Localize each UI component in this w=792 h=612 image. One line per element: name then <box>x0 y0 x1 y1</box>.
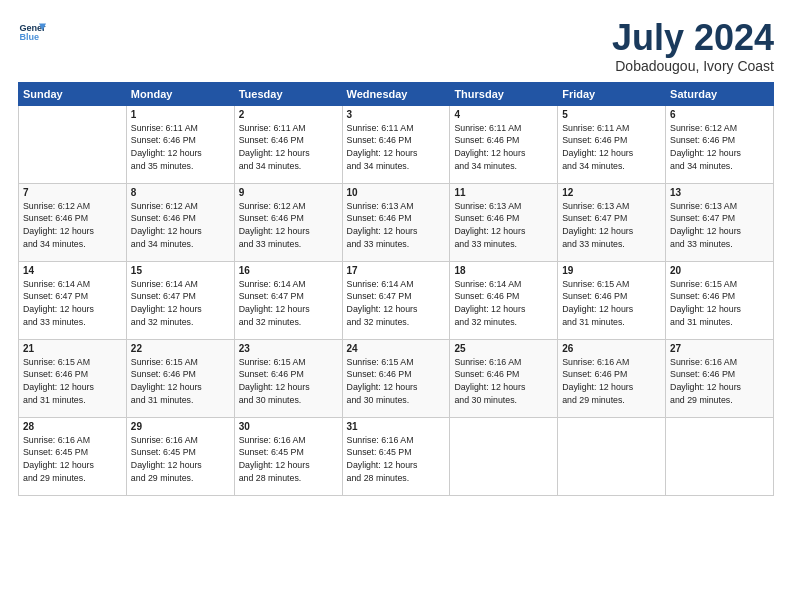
main-title: July 2024 <box>612 18 774 58</box>
calendar-cell <box>19 105 127 183</box>
day-info: Sunrise: 6:16 AMSunset: 6:45 PMDaylight:… <box>239 434 338 485</box>
calendar-week-2: 7Sunrise: 6:12 AMSunset: 6:46 PMDaylight… <box>19 183 774 261</box>
day-number: 26 <box>562 343 661 354</box>
day-number: 7 <box>23 187 122 198</box>
calendar-week-3: 14Sunrise: 6:14 AMSunset: 6:47 PMDayligh… <box>19 261 774 339</box>
day-info: Sunrise: 6:11 AMSunset: 6:46 PMDaylight:… <box>347 122 446 173</box>
day-info: Sunrise: 6:13 AMSunset: 6:47 PMDaylight:… <box>562 200 661 251</box>
calendar-cell: 25Sunrise: 6:16 AMSunset: 6:46 PMDayligh… <box>450 339 558 417</box>
title-block: July 2024 Dobadougou, Ivory Coast <box>612 18 774 74</box>
day-number: 5 <box>562 109 661 120</box>
day-info: Sunrise: 6:16 AMSunset: 6:45 PMDaylight:… <box>347 434 446 485</box>
col-sunday: Sunday <box>19 82 127 105</box>
day-info: Sunrise: 6:15 AMSunset: 6:46 PMDaylight:… <box>347 356 446 407</box>
calendar-table: Sunday Monday Tuesday Wednesday Thursday… <box>18 82 774 496</box>
day-number: 31 <box>347 421 446 432</box>
calendar-week-5: 28Sunrise: 6:16 AMSunset: 6:45 PMDayligh… <box>19 417 774 495</box>
day-info: Sunrise: 6:16 AMSunset: 6:46 PMDaylight:… <box>562 356 661 407</box>
calendar-cell: 6Sunrise: 6:12 AMSunset: 6:46 PMDaylight… <box>666 105 774 183</box>
day-number: 18 <box>454 265 553 276</box>
subtitle: Dobadougou, Ivory Coast <box>612 58 774 74</box>
day-number: 25 <box>454 343 553 354</box>
day-number: 10 <box>347 187 446 198</box>
calendar-cell: 19Sunrise: 6:15 AMSunset: 6:46 PMDayligh… <box>558 261 666 339</box>
calendar-cell: 30Sunrise: 6:16 AMSunset: 6:45 PMDayligh… <box>234 417 342 495</box>
day-info: Sunrise: 6:12 AMSunset: 6:46 PMDaylight:… <box>239 200 338 251</box>
col-tuesday: Tuesday <box>234 82 342 105</box>
calendar-cell: 10Sunrise: 6:13 AMSunset: 6:46 PMDayligh… <box>342 183 450 261</box>
day-info: Sunrise: 6:12 AMSunset: 6:46 PMDaylight:… <box>23 200 122 251</box>
calendar-cell: 20Sunrise: 6:15 AMSunset: 6:46 PMDayligh… <box>666 261 774 339</box>
calendar-cell: 23Sunrise: 6:15 AMSunset: 6:46 PMDayligh… <box>234 339 342 417</box>
day-number: 28 <box>23 421 122 432</box>
day-info: Sunrise: 6:14 AMSunset: 6:47 PMDaylight:… <box>23 278 122 329</box>
calendar-cell: 18Sunrise: 6:14 AMSunset: 6:46 PMDayligh… <box>450 261 558 339</box>
day-info: Sunrise: 6:15 AMSunset: 6:46 PMDaylight:… <box>131 356 230 407</box>
day-number: 19 <box>562 265 661 276</box>
day-info: Sunrise: 6:11 AMSunset: 6:46 PMDaylight:… <box>562 122 661 173</box>
calendar-cell: 22Sunrise: 6:15 AMSunset: 6:46 PMDayligh… <box>126 339 234 417</box>
day-number: 4 <box>454 109 553 120</box>
day-info: Sunrise: 6:15 AMSunset: 6:46 PMDaylight:… <box>239 356 338 407</box>
day-number: 12 <box>562 187 661 198</box>
day-info: Sunrise: 6:14 AMSunset: 6:46 PMDaylight:… <box>454 278 553 329</box>
svg-text:Blue: Blue <box>19 32 39 42</box>
calendar-cell: 31Sunrise: 6:16 AMSunset: 6:45 PMDayligh… <box>342 417 450 495</box>
day-number: 21 <box>23 343 122 354</box>
day-number: 24 <box>347 343 446 354</box>
header-row: Sunday Monday Tuesday Wednesday Thursday… <box>19 82 774 105</box>
calendar-cell: 7Sunrise: 6:12 AMSunset: 6:46 PMDaylight… <box>19 183 127 261</box>
calendar-week-4: 21Sunrise: 6:15 AMSunset: 6:46 PMDayligh… <box>19 339 774 417</box>
day-info: Sunrise: 6:15 AMSunset: 6:46 PMDaylight:… <box>562 278 661 329</box>
calendar-cell: 1Sunrise: 6:11 AMSunset: 6:46 PMDaylight… <box>126 105 234 183</box>
day-info: Sunrise: 6:15 AMSunset: 6:46 PMDaylight:… <box>23 356 122 407</box>
day-number: 29 <box>131 421 230 432</box>
day-number: 15 <box>131 265 230 276</box>
day-info: Sunrise: 6:11 AMSunset: 6:46 PMDaylight:… <box>239 122 338 173</box>
day-info: Sunrise: 6:11 AMSunset: 6:46 PMDaylight:… <box>131 122 230 173</box>
calendar-cell: 8Sunrise: 6:12 AMSunset: 6:46 PMDaylight… <box>126 183 234 261</box>
col-wednesday: Wednesday <box>342 82 450 105</box>
calendar-cell: 24Sunrise: 6:15 AMSunset: 6:46 PMDayligh… <box>342 339 450 417</box>
calendar-cell: 16Sunrise: 6:14 AMSunset: 6:47 PMDayligh… <box>234 261 342 339</box>
day-number: 27 <box>670 343 769 354</box>
day-number: 30 <box>239 421 338 432</box>
day-info: Sunrise: 6:16 AMSunset: 6:46 PMDaylight:… <box>670 356 769 407</box>
calendar-cell: 26Sunrise: 6:16 AMSunset: 6:46 PMDayligh… <box>558 339 666 417</box>
day-number: 16 <box>239 265 338 276</box>
col-friday: Friday <box>558 82 666 105</box>
calendar-cell: 11Sunrise: 6:13 AMSunset: 6:46 PMDayligh… <box>450 183 558 261</box>
calendar-cell: 12Sunrise: 6:13 AMSunset: 6:47 PMDayligh… <box>558 183 666 261</box>
day-number: 3 <box>347 109 446 120</box>
calendar-cell: 17Sunrise: 6:14 AMSunset: 6:47 PMDayligh… <box>342 261 450 339</box>
day-number: 2 <box>239 109 338 120</box>
calendar-cell: 13Sunrise: 6:13 AMSunset: 6:47 PMDayligh… <box>666 183 774 261</box>
logo: General Blue General Blue <box>18 18 46 46</box>
header: General Blue General Blue July 2024 Doba… <box>18 18 774 74</box>
calendar-cell: 4Sunrise: 6:11 AMSunset: 6:46 PMDaylight… <box>450 105 558 183</box>
day-number: 13 <box>670 187 769 198</box>
day-info: Sunrise: 6:16 AMSunset: 6:46 PMDaylight:… <box>454 356 553 407</box>
calendar-cell <box>666 417 774 495</box>
logo-icon: General Blue <box>18 18 46 46</box>
day-number: 1 <box>131 109 230 120</box>
day-info: Sunrise: 6:12 AMSunset: 6:46 PMDaylight:… <box>131 200 230 251</box>
calendar-body: 1Sunrise: 6:11 AMSunset: 6:46 PMDaylight… <box>19 105 774 495</box>
day-number: 14 <box>23 265 122 276</box>
calendar-week-1: 1Sunrise: 6:11 AMSunset: 6:46 PMDaylight… <box>19 105 774 183</box>
calendar-cell: 9Sunrise: 6:12 AMSunset: 6:46 PMDaylight… <box>234 183 342 261</box>
day-info: Sunrise: 6:14 AMSunset: 6:47 PMDaylight:… <box>347 278 446 329</box>
day-info: Sunrise: 6:13 AMSunset: 6:47 PMDaylight:… <box>670 200 769 251</box>
day-info: Sunrise: 6:15 AMSunset: 6:46 PMDaylight:… <box>670 278 769 329</box>
calendar-header: Sunday Monday Tuesday Wednesday Thursday… <box>19 82 774 105</box>
calendar-cell: 27Sunrise: 6:16 AMSunset: 6:46 PMDayligh… <box>666 339 774 417</box>
calendar-cell: 29Sunrise: 6:16 AMSunset: 6:45 PMDayligh… <box>126 417 234 495</box>
day-number: 11 <box>454 187 553 198</box>
day-info: Sunrise: 6:16 AMSunset: 6:45 PMDaylight:… <box>23 434 122 485</box>
day-info: Sunrise: 6:14 AMSunset: 6:47 PMDaylight:… <box>239 278 338 329</box>
page: General Blue General Blue July 2024 Doba… <box>0 0 792 612</box>
day-info: Sunrise: 6:13 AMSunset: 6:46 PMDaylight:… <box>454 200 553 251</box>
calendar-cell: 2Sunrise: 6:11 AMSunset: 6:46 PMDaylight… <box>234 105 342 183</box>
day-info: Sunrise: 6:11 AMSunset: 6:46 PMDaylight:… <box>454 122 553 173</box>
col-monday: Monday <box>126 82 234 105</box>
